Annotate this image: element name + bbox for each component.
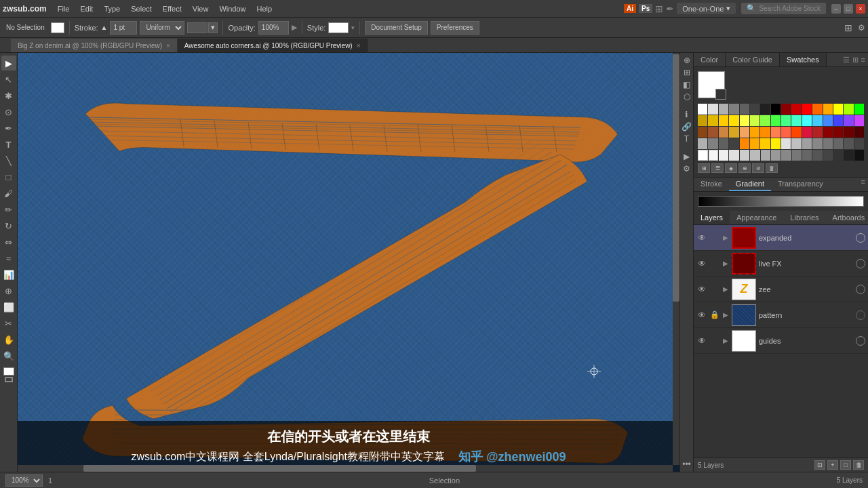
- swatch-cell[interactable]: [719, 138, 728, 149]
- swatch-cell[interactable]: [729, 104, 738, 115]
- swatch-cell[interactable]: [791, 138, 801, 149]
- swatch-cell[interactable]: [833, 138, 843, 149]
- maximize-button[interactable]: □: [844, 4, 853, 14]
- swatch-cell[interactable]: [719, 115, 728, 126]
- magic-wand-tool[interactable]: ✱: [1, 88, 16, 103]
- swatch-cell[interactable]: [719, 127, 728, 138]
- swatch-cell[interactable]: [854, 138, 864, 149]
- pen-tool[interactable]: ✒: [1, 121, 16, 136]
- swatch-cell[interactable]: [708, 104, 717, 115]
- swatch-cell[interactable]: [698, 104, 707, 115]
- swatch-opt-6[interactable]: 🗑: [766, 163, 778, 173]
- layer-target-pattern[interactable]: [856, 310, 865, 320]
- swatches-tab[interactable]: Swatches: [780, 53, 827, 66]
- gradient-panel-menu[interactable]: ≡: [861, 178, 868, 191]
- layer-expand-guides[interactable]: ▶: [722, 337, 729, 344]
- swatch-cell[interactable]: [771, 115, 781, 126]
- swatch-cell[interactable]: [802, 115, 812, 126]
- swatch-cell[interactable]: [791, 104, 801, 115]
- libraries-tab[interactable]: Libraries: [783, 211, 825, 224]
- swatch-cell[interactable]: [854, 104, 864, 115]
- layer-target-guides[interactable]: [856, 336, 865, 346]
- layer-guides[interactable]: 👁 ▶ guides: [694, 328, 868, 354]
- swatch-cell[interactable]: [854, 150, 864, 161]
- swatch-cell[interactable]: [740, 104, 749, 115]
- layer-vis-expanded[interactable]: 👁: [696, 232, 707, 243]
- swatch-opt-2[interactable]: ☰: [711, 163, 724, 173]
- menu-type[interactable]: Type: [98, 3, 125, 14]
- swatch-cell[interactable]: [844, 104, 853, 115]
- swatch-cell[interactable]: [729, 138, 738, 149]
- text-tool[interactable]: T: [1, 137, 16, 152]
- menu-help[interactable]: Help: [252, 3, 278, 14]
- swatch-cell[interactable]: [698, 115, 707, 126]
- swatch-cell[interactable]: [740, 150, 749, 161]
- swatch-cell[interactable]: [844, 115, 853, 126]
- active-swatch[interactable]: [698, 71, 725, 98]
- stroke-type-select[interactable]: Uniform: [140, 21, 184, 35]
- opacity-input[interactable]: [258, 21, 289, 35]
- artboard-tool[interactable]: ⬜: [1, 300, 16, 314]
- stroke-indicator[interactable]: [5, 377, 13, 382]
- panel-menu-icon[interactable]: ≡: [861, 56, 865, 64]
- opacity-arrow[interactable]: ▶: [292, 23, 297, 32]
- tab-0[interactable]: Big Z on denim.ai @ 100% (RGB/GPU Previe…: [11, 39, 178, 52]
- fill-indicator[interactable]: [3, 367, 14, 375]
- preferences-button[interactable]: Preferences: [431, 21, 479, 35]
- layer-target-zee[interactable]: [856, 285, 865, 294]
- fill-swatch[interactable]: [51, 22, 64, 33]
- swatch-cell[interactable]: [823, 104, 833, 115]
- tab-1[interactable]: Awesome auto corners.ai @ 100% (RGB/GPU …: [178, 39, 368, 52]
- swatch-opt-4[interactable]: ⊕: [738, 163, 751, 173]
- swatch-cell[interactable]: [761, 150, 770, 161]
- tab-1-close[interactable]: ×: [357, 42, 361, 49]
- appearance-tab[interactable]: Appearance: [730, 211, 783, 224]
- swatch-cell[interactable]: [812, 104, 822, 115]
- layer-vis-guides[interactable]: 👁: [696, 336, 707, 346]
- make-clipping-mask[interactable]: ⊡: [814, 460, 825, 470]
- layer-vis-pattern[interactable]: 👁: [696, 310, 707, 321]
- swatch-cell[interactable]: [760, 104, 770, 115]
- swatch-cell[interactable]: [729, 127, 738, 138]
- swatch-cell[interactable]: [833, 150, 843, 161]
- scrollbar-horizontal[interactable]: [18, 465, 673, 472]
- list-view-icon[interactable]: ☰: [843, 56, 850, 64]
- swatch-cell[interactable]: [719, 150, 728, 161]
- swatch-cell[interactable]: [740, 115, 749, 126]
- swatch-cell[interactable]: [802, 127, 812, 138]
- layer-livefx[interactable]: 👁 ▶ live FX: [694, 251, 868, 277]
- scale-tool[interactable]: ⇔: [1, 235, 16, 249]
- gradient-tab[interactable]: Gradient: [729, 178, 771, 191]
- link-icon[interactable]: 🔗: [682, 122, 692, 131]
- menu-window[interactable]: Window: [214, 3, 251, 14]
- swatch-cell[interactable]: [781, 115, 791, 126]
- stroke-tab[interactable]: Stroke: [694, 178, 729, 191]
- swatch-cell[interactable]: [823, 115, 833, 126]
- swatch-cell[interactable]: [698, 150, 708, 161]
- arrange-icon-right[interactable]: ⊞: [844, 22, 852, 33]
- artboards-tab[interactable]: Artboards: [826, 211, 868, 224]
- swatch-cell[interactable]: [802, 104, 812, 115]
- swatch-cell[interactable]: [812, 150, 822, 161]
- play-icon[interactable]: ▶: [684, 152, 690, 161]
- layer-expanded[interactable]: 👁 ▶ expanded: [694, 225, 868, 251]
- layer-expand-zee[interactable]: ▶: [722, 285, 729, 293]
- swatch-cell[interactable]: [781, 104, 791, 115]
- scroll-thumb-h[interactable]: [83, 465, 477, 472]
- swatch-opt-5[interactable]: ⊘: [752, 163, 764, 173]
- type-icon[interactable]: T: [684, 134, 689, 144]
- layer-pattern[interactable]: 👁 🔒 ▶ pattern: [694, 302, 868, 328]
- swatch-opt-3[interactable]: ◈: [725, 163, 737, 173]
- layer-vis-livefx[interactable]: 👁: [696, 258, 707, 269]
- swatch-cell[interactable]: [740, 127, 749, 138]
- swatch-cell[interactable]: [781, 150, 791, 161]
- swatch-cell[interactable]: [823, 138, 833, 149]
- swatch-cell[interactable]: [771, 127, 781, 138]
- delete-layer[interactable]: 🗑: [853, 460, 864, 470]
- line-tool[interactable]: ╲: [1, 153, 16, 168]
- layer-expand-expanded[interactable]: ▶: [722, 234, 729, 241]
- layer-target-livefx[interactable]: [856, 259, 865, 268]
- new-layer[interactable]: □: [840, 460, 851, 470]
- rectangle-tool[interactable]: □: [1, 169, 16, 184]
- swatch-cell[interactable]: [791, 115, 801, 126]
